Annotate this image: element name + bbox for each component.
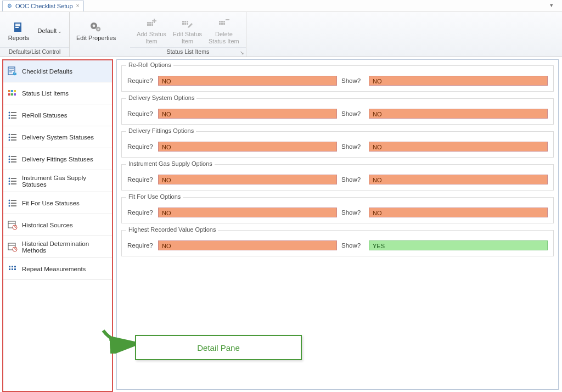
list-icon xyxy=(8,198,18,208)
show-value[interactable]: NO xyxy=(369,208,548,217)
show-label: Show? xyxy=(341,209,364,216)
svg-rect-1 xyxy=(15,24,20,25)
show-value[interactable]: YES xyxy=(369,240,548,250)
svg-rect-17 xyxy=(184,21,186,23)
show-value[interactable]: NO xyxy=(369,109,548,119)
dialog-launcher-icon[interactable]: ↘ xyxy=(240,50,244,55)
require-label: Require? xyxy=(127,110,154,117)
require-value[interactable]: NO xyxy=(158,175,337,184)
svg-rect-18 xyxy=(187,21,188,23)
svg-rect-19 xyxy=(182,23,184,25)
list-icon xyxy=(8,110,18,120)
require-label: Require? xyxy=(127,143,154,150)
svg-point-59 xyxy=(9,180,10,182)
svg-rect-9 xyxy=(149,22,151,24)
svg-point-42 xyxy=(9,117,10,119)
require-value[interactable]: NO xyxy=(158,109,337,119)
show-label: Show? xyxy=(341,176,364,183)
option-group: Delivery System OptionsRequire?NOShow?NO xyxy=(121,98,554,125)
group-title: Instrument Gas Supply Options xyxy=(126,160,215,167)
svg-rect-2 xyxy=(15,25,20,26)
sidebar-item-delivery-system-statuses[interactable]: Delivery System Statuses xyxy=(3,126,112,148)
tab-ooc-checklist-setup[interactable]: ⚙ OOC Checklist Setup × xyxy=(2,1,84,12)
sidebar-item-historical-sources[interactable]: Historical Sources xyxy=(3,214,112,236)
svg-rect-37 xyxy=(8,93,10,96)
svg-rect-34 xyxy=(8,90,10,92)
svg-point-40 xyxy=(9,111,10,113)
delete-status-item-button: Delete Status Item xyxy=(207,15,240,46)
svg-rect-85 xyxy=(14,268,16,270)
edit-icon xyxy=(181,16,194,31)
delete-icon xyxy=(217,16,231,31)
edit-status-l2: Item xyxy=(182,38,193,45)
svg-point-5 xyxy=(93,24,95,27)
edit-properties-button[interactable]: Edit Properties xyxy=(75,19,117,43)
window-dropdown-icon[interactable]: ▾ xyxy=(550,2,559,8)
sidebar-item-delivery-fittings-statuses[interactable]: Delivery Fittings Statuses xyxy=(3,148,112,170)
require-value[interactable]: NO xyxy=(158,240,337,250)
list-icon xyxy=(8,132,18,142)
svg-rect-84 xyxy=(12,268,13,270)
svg-rect-23 xyxy=(221,21,223,23)
require-label: Require? xyxy=(127,176,154,183)
list-icon xyxy=(8,176,18,186)
list-icon xyxy=(8,154,18,164)
svg-point-65 xyxy=(9,202,10,204)
calendar-clock-icon xyxy=(8,242,18,252)
reports-label: Reports xyxy=(8,35,30,42)
show-label: Show? xyxy=(341,242,364,249)
svg-rect-8 xyxy=(147,22,149,24)
svg-rect-3 xyxy=(15,27,19,28)
svg-point-60 xyxy=(9,183,10,184)
sidebar-item-status-list-items[interactable]: Status List Items xyxy=(3,82,112,104)
calendar-clock-icon xyxy=(8,220,18,230)
default-dropdown[interactable]: Default⌄ xyxy=(36,26,64,36)
sidebar-item-label: Historical Sources xyxy=(22,222,73,228)
gear-properties-icon xyxy=(89,20,103,35)
reports-button[interactable]: Reports xyxy=(5,19,32,43)
svg-point-48 xyxy=(9,139,10,141)
gear-icon: ⚙ xyxy=(7,3,12,9)
annotation-label-box: Detail Pane xyxy=(135,335,302,360)
tab-bar: ⚙ OOC Checklist Setup × ▾ xyxy=(0,0,562,12)
add-icon xyxy=(145,16,158,31)
svg-point-58 xyxy=(9,177,10,179)
require-value[interactable]: NO xyxy=(158,208,337,217)
sidebar: Checklist Defaults Status List Items ReR… xyxy=(2,59,113,392)
delete-status-l2: Status Item xyxy=(209,38,239,45)
sidebar-item-historical-determination-methods[interactable]: Historical Determination Methods xyxy=(3,236,112,258)
group-title: Re-Roll Options xyxy=(126,61,173,68)
svg-rect-10 xyxy=(151,22,153,24)
require-value[interactable]: NO xyxy=(158,76,337,86)
require-value[interactable]: NO xyxy=(158,142,337,152)
ribbon-group-label-status-items: Status List Items ↘ xyxy=(130,47,246,57)
group-title: Delivery Fittings Options xyxy=(126,127,196,134)
sidebar-item-label: Repeat Measurements xyxy=(22,266,86,272)
sidebar-item-label: Instrument Gas Supply Statuses xyxy=(22,175,108,188)
show-label: Show? xyxy=(341,143,364,150)
sidebar-item-reroll-statuses[interactable]: ReRoll Statuses xyxy=(3,104,112,126)
show-value[interactable]: NO xyxy=(369,142,548,152)
edit-status-item-button: Edit Status Item xyxy=(172,15,203,46)
ribbon-group2-text: Status List Items xyxy=(167,48,210,55)
svg-rect-12 xyxy=(149,24,151,26)
sidebar-item-label: Delivery Fittings Statuses xyxy=(22,156,93,163)
sidebar-item-fit-for-use-statuses[interactable]: Fit For Use Statuses xyxy=(3,192,112,214)
svg-rect-13 xyxy=(151,24,153,26)
sidebar-item-label: Status List Items xyxy=(22,90,69,97)
sidebar-item-label: Checklist Defaults xyxy=(22,68,72,75)
ribbon: Reports Default⌄ Defaults/List Control E… xyxy=(0,12,562,57)
show-value[interactable]: NO xyxy=(369,175,548,184)
sidebar-item-instrument-gas-supply-statuses[interactable]: Instrument Gas Supply Statuses xyxy=(3,170,112,192)
sidebar-item-checklist-defaults[interactable]: Checklist Defaults xyxy=(3,60,112,82)
ribbon-group-label-defaults: Defaults/List Control xyxy=(0,47,69,57)
show-value[interactable]: NO xyxy=(369,76,548,86)
svg-rect-21 xyxy=(187,23,188,25)
sidebar-item-label: ReRoll Statuses xyxy=(22,112,67,119)
group-title: Highest Recorded Value Options xyxy=(126,226,218,233)
require-label: Require? xyxy=(127,209,154,216)
sidebar-item-repeat-measurements[interactable]: Repeat Measurements xyxy=(3,258,112,280)
add-status-l1: Add Status xyxy=(137,31,166,38)
option-group: Instrument Gas Supply OptionsRequire?NOS… xyxy=(121,164,554,191)
close-icon[interactable]: × xyxy=(76,3,80,9)
